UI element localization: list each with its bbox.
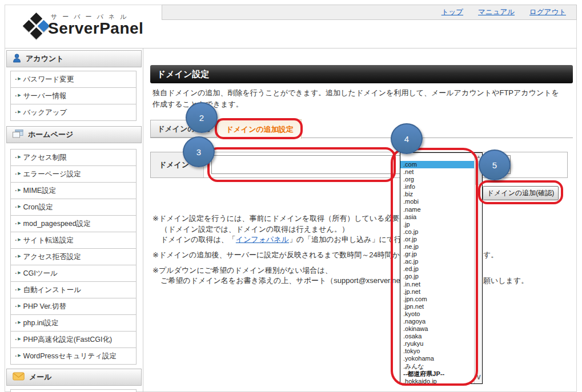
add-domain-confirm-button[interactable]: ドメインの追加(確認) xyxy=(483,186,559,200)
sidebar-item-cron-[interactable]: ·▶Cron設定 xyxy=(10,199,137,216)
sidebar-item--[interactable]: ·▶サーバー情報 xyxy=(10,87,137,104)
tld-option-list: .com.net.org.info.biz.mobi.name.asia.jp.… xyxy=(400,153,474,383)
sidebar-item-php-fastcgi-[interactable]: ·▶PHP高速化設定(FastCGI化) xyxy=(10,331,137,348)
tld-option-jpnet[interactable]: .jp.net xyxy=(400,288,474,296)
bullet-arrow-icon: ▶ xyxy=(18,287,21,292)
tld-option-name[interactable]: .name xyxy=(400,206,474,213)
sidebar-section-0: アカウント xyxy=(6,50,142,67)
bullet-arrow-icon: ▶ xyxy=(18,93,21,98)
tld-option-okinawa[interactable]: .okinawa xyxy=(400,325,474,333)
bullet-dot: · xyxy=(15,286,17,294)
tld-option-biz[interactable]: .biz xyxy=(400,191,474,198)
tld-option-jpnnet[interactable]: .jpn.net xyxy=(400,303,474,310)
sidebar-item-label: WordPressセキュリティ設定 xyxy=(23,351,117,361)
sidebar-item-cgi-[interactable]: ·▶CGIツール xyxy=(10,265,137,282)
header-link-0[interactable]: トップ xyxy=(441,7,463,17)
sidebar-item-label: パスワード変更 xyxy=(23,75,74,84)
tld-option-[interactable]: .みんな xyxy=(400,363,474,370)
sidebar-item--[interactable]: ·▶サイト転送設定 xyxy=(10,232,137,249)
tld-option-nejp[interactable]: .ne.jp xyxy=(400,243,474,250)
sidebar-section-2: メール xyxy=(6,369,142,386)
scrollbar-thumb[interactable] xyxy=(475,161,482,185)
tld-option-hokkaidojp[interactable]: .hokkaido.jp xyxy=(400,378,474,383)
bullet-arrow-icon: ▶ xyxy=(18,353,21,358)
sidebar-item--[interactable]: ·▶アクセス拒否設定 xyxy=(10,248,137,265)
tld-option-edjp[interactable]: .ed.jp xyxy=(400,265,474,273)
note-text: ※ドメインの追加後、サーバーに設定が反映されるまで数時間～24時間かかりま xyxy=(152,250,423,259)
homepage-icon xyxy=(13,130,23,140)
tld-option-orjp[interactable]: .or.jp xyxy=(400,236,474,243)
sidebar-item-php-ver-[interactable]: ·▶PHP Ver.切替 xyxy=(10,298,137,315)
bullet-dot: · xyxy=(15,352,17,360)
sidebar-item--[interactable]: ·▶自動インストール xyxy=(10,281,137,298)
note-continuation-5: 願いします。 xyxy=(483,276,528,286)
sidebar-item--[interactable]: ·▶アクセス制限 xyxy=(10,149,137,166)
bullet-dot: · xyxy=(15,220,17,228)
scroll-up-icon[interactable]: ▲ xyxy=(475,153,483,160)
tld-option-net[interactable]: .net xyxy=(400,168,474,176)
sidebar-item-wordpress-[interactable]: ·▶WordPressセキュリティ設定 xyxy=(10,347,137,365)
tld-option-jp[interactable]: .jp xyxy=(400,221,474,228)
sidebar-item-label: アクセス制限 xyxy=(23,153,67,163)
sidebar-section-title: メール xyxy=(29,372,52,382)
sidebar-item--[interactable]: ·▶バックアップ xyxy=(10,104,137,121)
tld-option-jpncom[interactable]: .jpn.com xyxy=(400,296,474,303)
scroll-down-icon[interactable]: ∨ xyxy=(475,370,483,383)
dropdown-scrollbar[interactable]: ▲ ∨ xyxy=(474,153,482,383)
tld-option-tokyo[interactable]: .tokyo xyxy=(400,347,474,355)
note-line-3: ※ドメインの追加後、サーバーに設定が反映されるまで数時間～24時間かかりま xyxy=(152,250,423,260)
sidebar-section-title: アカウント xyxy=(26,54,64,64)
domain-field-label: ドメイン xyxy=(151,152,204,177)
bullet-dot: · xyxy=(15,170,17,178)
header-divider xyxy=(5,48,577,49)
tab-domain-list[interactable]: ドメインの一覧 xyxy=(150,120,217,138)
tld-option-nagoya[interactable]: .nagoya xyxy=(400,318,474,325)
tld-option-ryukyu[interactable]: .ryukyu xyxy=(400,340,474,347)
bullet-arrow-icon: ▶ xyxy=(18,110,21,114)
tld-option-osaka[interactable]: .osaka xyxy=(400,333,474,340)
bullet-dot: · xyxy=(15,269,17,277)
sidebar-item-label: 自動インストール xyxy=(23,285,81,295)
bullet-arrow-icon: ▶ xyxy=(18,171,21,176)
tld-option-info[interactable]: .info xyxy=(400,183,474,191)
tab-bar-line xyxy=(150,138,573,138)
note-text: （ドメイン設定では、ドメインの取得は行えません。） xyxy=(160,225,349,233)
tld-option-com[interactable]: .com xyxy=(400,161,474,168)
sidebar-item--[interactable]: ·▶エラーページ設定 xyxy=(10,165,137,183)
tld-option-gojp[interactable]: .go.jp xyxy=(400,273,474,280)
tld-option-yokohama[interactable]: .yokohama xyxy=(400,355,474,362)
sidebar-item-list: ·▶アクセス制限·▶エラーページ設定·▶MIME設定·▶Cron設定·▶mod_… xyxy=(10,149,137,365)
tld-option-asia[interactable]: .asia xyxy=(400,213,474,221)
bullet-arrow-icon: ▶ xyxy=(18,155,21,159)
tld-option-grjp[interactable]: .gr.jp xyxy=(400,250,474,258)
infopanel-link[interactable]: インフォパネル xyxy=(236,235,289,244)
tld-option-JP[interactable]: --都道府県JP-- xyxy=(400,370,474,378)
sidebar-section-1: ホームページ xyxy=(6,126,142,143)
header-link-1[interactable]: マニュアル xyxy=(478,7,515,17)
top-link-bar: トップマニュアルログアウト xyxy=(162,5,577,20)
tld-option-cojp[interactable]: .co.jp xyxy=(400,228,474,236)
tab-domain-add[interactable]: ドメインの追加設定 xyxy=(218,119,302,139)
sidebar-item-label: PHP Ver.切替 xyxy=(23,302,67,312)
sidebar-item-label: サーバー情報 xyxy=(23,91,67,101)
bullet-arrow-icon: ▶ xyxy=(18,221,21,225)
sidebar-item-mod-pagespeed-[interactable]: ·▶mod_pagespeed設定 xyxy=(10,215,137,232)
tab-label: ドメインの一覧 xyxy=(157,124,210,134)
note-text: ご希望のドメイン名をお書き添えの上、サポート（support@xserver.n… xyxy=(160,276,438,285)
tld-option-org[interactable]: .org xyxy=(400,176,474,183)
bullet-arrow-icon: ▶ xyxy=(18,254,21,258)
sidebar-partial-item xyxy=(10,389,137,392)
logo-title: ServerPanel xyxy=(48,19,143,38)
tld-option-mobi[interactable]: .mobi xyxy=(400,198,474,205)
tld-option-kyoto[interactable]: .kyoto xyxy=(400,310,474,318)
note-text: ※プルダウンにご希望のドメイン種別がない場合は、 xyxy=(152,266,332,274)
tld-option-innet[interactable]: .in.net xyxy=(400,281,474,288)
bullet-dot: · xyxy=(15,92,17,100)
sidebar-item--[interactable]: ·▶パスワード変更 xyxy=(10,71,137,88)
bullet-arrow-icon: ▶ xyxy=(18,337,21,341)
sidebar-item-mime-[interactable]: ·▶MIME設定 xyxy=(10,182,137,199)
bullet-dot: · xyxy=(15,108,17,116)
sidebar-item-php-ini-[interactable]: ·▶php.ini設定 xyxy=(10,314,137,332)
tld-option-acjp[interactable]: .ac.jp xyxy=(400,258,474,265)
header-link-2[interactable]: ログアウト xyxy=(529,7,566,17)
